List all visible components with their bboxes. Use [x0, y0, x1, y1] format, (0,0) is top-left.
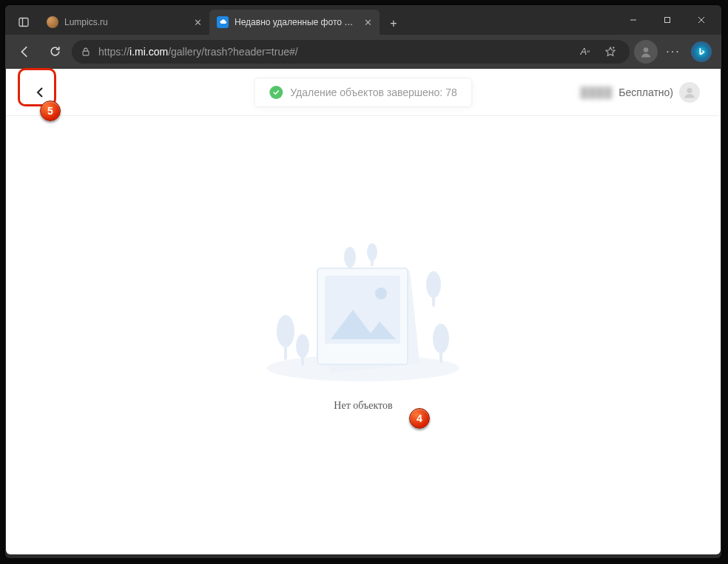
bing-button[interactable] — [689, 39, 714, 64]
url-text: https://i.mi.com/gallery/trash?header=tr… — [98, 46, 567, 58]
svg-point-14 — [296, 334, 309, 358]
window-controls — [616, 8, 721, 32]
tab-actions-button[interactable] — [11, 10, 36, 35]
svg-rect-3 — [665, 18, 670, 23]
svg-point-16 — [344, 247, 356, 268]
svg-rect-15 — [301, 356, 304, 366]
svg-point-22 — [433, 324, 449, 353]
svg-point-20 — [426, 271, 441, 298]
empty-state: Нет объектов — [6, 217, 721, 412]
svg-rect-6 — [83, 51, 89, 55]
svg-rect-13 — [284, 344, 287, 360]
maximize-button[interactable] — [650, 8, 684, 32]
user-name-blurred: ████ — [581, 86, 613, 98]
read-aloud-icon[interactable]: A» — [575, 41, 596, 62]
empty-illustration — [252, 217, 474, 387]
user-plan: Бесплатно) — [619, 86, 673, 98]
new-tab-button[interactable]: + — [382, 13, 405, 35]
avatar[interactable] — [679, 82, 700, 103]
page-content: Удаление объектов завершено: 78 ████Бесп… — [6, 69, 721, 554]
lock-icon — [81, 47, 91, 57]
tab-title: Недавно удаленные фото и вид — [235, 17, 356, 27]
address-bar: https://i.mi.com/gallery/trash?header=tr… — [5, 35, 721, 68]
titlebar: Lumpics.ru ✕ Недавно удаленные фото и ви… — [5, 5, 721, 35]
status-text: Удаление объектов завершено: 78 — [290, 86, 456, 98]
svg-point-10 — [687, 88, 692, 93]
bing-icon — [691, 41, 712, 62]
close-icon[interactable]: ✕ — [362, 16, 374, 28]
refresh-button[interactable] — [42, 39, 67, 64]
toolbar-right: ··· — [634, 39, 714, 64]
svg-rect-0 — [19, 18, 28, 27]
profile-button[interactable] — [634, 40, 658, 64]
more-button[interactable]: ··· — [661, 39, 686, 64]
user-area[interactable]: ████Бесплатно) — [581, 82, 700, 103]
tabs-area: Lumpics.ru ✕ Недавно удаленные фото и ви… — [5, 5, 616, 35]
tab-lumpics[interactable]: Lumpics.ru ✕ — [39, 10, 209, 35]
svg-rect-23 — [439, 350, 442, 363]
empty-state-text: Нет объектов — [334, 400, 392, 412]
checkmark-icon — [269, 86, 283, 99]
back-button[interactable] — [13, 39, 38, 64]
svg-point-27 — [375, 288, 387, 299]
svg-rect-21 — [432, 295, 435, 307]
close-icon[interactable]: ✕ — [192, 16, 203, 28]
svg-point-12 — [277, 315, 294, 347]
favorite-icon[interactable] — [600, 41, 621, 62]
page-back-button[interactable] — [27, 79, 53, 106]
status-toast: Удаление объектов завершено: 78 — [254, 78, 472, 107]
favicon-micloud — [217, 16, 229, 28]
close-window-button[interactable] — [684, 8, 718, 32]
page-header: Удаление объектов завершено: 78 ████Бесп… — [6, 69, 721, 116]
svg-point-18 — [367, 243, 377, 261]
tab-title: Lumpics.ru — [64, 17, 186, 27]
url-field[interactable]: https://i.mi.com/gallery/trash?header=tr… — [72, 40, 630, 64]
minimize-button[interactable] — [616, 8, 650, 32]
svg-point-9 — [644, 47, 649, 52]
tab-active[interactable]: Недавно удаленные фото и вид ✕ — [209, 10, 380, 35]
favicon-lumpics — [47, 16, 58, 28]
svg-rect-19 — [371, 259, 374, 266]
browser-window: Lumpics.ru ✕ Недавно удаленные фото и ви… — [5, 5, 721, 558]
